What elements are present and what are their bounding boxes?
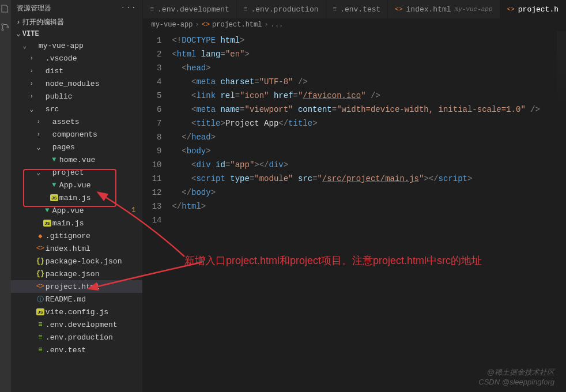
env-icon: ≡ [244,6,248,13]
code-line[interactable]: <body> [172,144,566,158]
line-number: 6 [143,103,161,116]
tree-item-readme-md[interactable]: ⓘREADME.md [11,293,143,306]
code-editor[interactable]: 1234567891011121314 <!DOCTYPE html><html… [143,31,566,392]
source-control-icon[interactable] [0,22,10,32]
tree-item-label: pages [52,143,75,152]
open-editors-section[interactable]: › 打开的编辑器 [11,16,143,28]
chevron-right-icon: › [28,67,35,74]
chevron-down-icon: ⌄ [14,29,22,38]
tree-item--vscode[interactable]: ›.vscode [11,52,143,65]
js-icon: JS [49,194,59,201]
code-line[interactable] [172,213,566,227]
tree-item-project[interactable]: ⌄project [11,166,143,179]
chevron-right-icon: › [35,131,42,138]
code-line[interactable]: <link rel="icon" href="/favicon.ico" /> [172,89,566,103]
tree-item-vite-config-js[interactable]: JSvite.config.js [11,306,143,318]
tree-item-public[interactable]: ›public [11,90,143,103]
vue-icon: ▼ [42,206,52,214]
tree-item-package-lock-json[interactable]: {}package-lock.json [11,255,143,267]
explorer-title: 资源管理器 [17,3,51,13]
watermark: @稀土掘金技术社区 CSDN @sleeppingforg [478,368,554,387]
tree-item-label: project [52,168,84,177]
code-line[interactable]: <div id="app"></div> [172,158,566,172]
tab--env-production[interactable]: ≡.env.production [237,0,326,18]
tree-item-src[interactable]: ⌄src [11,103,143,115]
tree-item-label: App.vue [52,206,84,215]
breadcrumb[interactable]: my-vue-app › <> project.html › ... [143,18,566,31]
tree-item-label: my-vue-app [39,42,84,50]
line-number: 3 [143,61,161,75]
tree-item-my-vue-app[interactable]: ⌄my-vue-app [11,39,143,52]
tree-item-components[interactable]: ›components [11,128,143,141]
tree-item--env-production[interactable]: ≡.env.production [11,331,143,344]
line-number: 1 [143,33,161,47]
tab-label: project.h [518,5,559,14]
main-editor-area: ≡.env.development≡.env.production≡.env.t… [143,0,566,392]
tree-item-app-vue[interactable]: ▼App.vue1 [11,204,143,217]
tree-item-app-vue[interactable]: ▼App.vue [11,179,143,191]
chevron-right-icon: › [28,80,35,87]
tree-item-dist[interactable]: ›dist [11,65,143,77]
tab--env-development[interactable]: ≡.env.development [143,0,236,18]
tree-item-pages[interactable]: ⌄pages [11,141,143,153]
tree-item--env-development[interactable]: ≡.env.development [11,318,143,331]
tab-project-h[interactable]: <>project.h [500,0,566,18]
tree-item-index-html[interactable]: <>index.html [11,242,143,255]
env-icon: ≡ [150,6,154,13]
json-icon: {} [35,270,46,278]
tree-item-node-modules[interactable]: ›node_modules [11,77,143,90]
breadcrumb-root: my-vue-app [151,21,193,29]
chevron-right-icon: › [35,118,42,125]
code-line[interactable]: <meta name="viewport" content="width=dev… [172,103,566,116]
tree-item-label: .vscode [46,54,77,63]
svg-point-1 [2,29,3,31]
tree-item-label: home.vue [59,156,95,164]
tree-item-label: index.html [46,244,90,253]
chevron-down-icon: ⌄ [35,144,42,151]
chevron-down-icon: ⌄ [35,169,42,176]
tab-index-html[interactable]: <>index.htmlmy-vue-app [388,0,500,18]
tab--env-test[interactable]: ≡.env.test [326,0,388,18]
tab-label: .env.development [157,5,229,14]
tree-item--env-test[interactable]: ≡.env.test [11,344,143,356]
minimap[interactable] [557,31,566,227]
tree-item-main-js[interactable]: JSmain.js [11,191,143,204]
code-line[interactable]: <!DOCTYPE html> [172,33,566,47]
files-icon[interactable] [0,3,10,14]
tree-item-package-json[interactable]: {}package.json [11,267,143,280]
tree-item-label: assets [52,118,80,126]
code-content[interactable]: <!DOCTYPE html><html lang="en"> <head> <… [172,33,566,392]
vue-icon: ▼ [49,181,59,189]
tree-item-assets[interactable]: ›assets [11,115,143,128]
code-line[interactable]: <head> [172,61,566,75]
code-line[interactable]: </head> [172,130,566,144]
code-line[interactable]: <title>Project App</title> [172,116,566,130]
code-line[interactable]: </html> [172,199,566,213]
env-icon: ≡ [333,6,337,13]
code-line[interactable]: </body> [172,186,566,199]
more-icon[interactable]: ··· [121,4,137,12]
tab-sublabel: my-vue-app [455,6,493,13]
tree-item-label: .gitignore [46,232,90,240]
breadcrumb-file: project.html [212,21,262,29]
tree-item--gitignore[interactable]: ◆.gitignore [11,229,143,242]
js-icon: JS [42,220,52,227]
line-number: 9 [143,144,161,158]
code-line[interactable]: <script type="module" src="/src/project/… [172,172,566,186]
code-line[interactable]: <html lang="en"> [172,47,566,61]
tree-item-home-vue[interactable]: ▼home.vue [11,153,143,166]
tree-item-label: package.json [46,270,100,278]
tree-item-project-html[interactable]: <>project.html [11,280,143,293]
info-icon: ⓘ [35,295,46,304]
line-number: 8 [143,130,161,144]
env-icon: ≡ [35,321,46,329]
chevron-right-icon: › [28,55,35,62]
annotation-text: 新增入口project.html和project项目。注意project.htm… [184,254,482,267]
code-line[interactable]: <meta charset="UTF-8" /> [172,75,566,89]
tree-item-main-js[interactable]: JSmain.js [11,217,143,229]
workspace-label: VITE [22,30,39,38]
chevron-right-icon: › [264,21,268,29]
open-editors-label: 打开的编辑器 [22,17,64,27]
workspace-section[interactable]: ⌄ VITE [11,28,143,39]
chevron-right-icon: › [14,18,22,27]
